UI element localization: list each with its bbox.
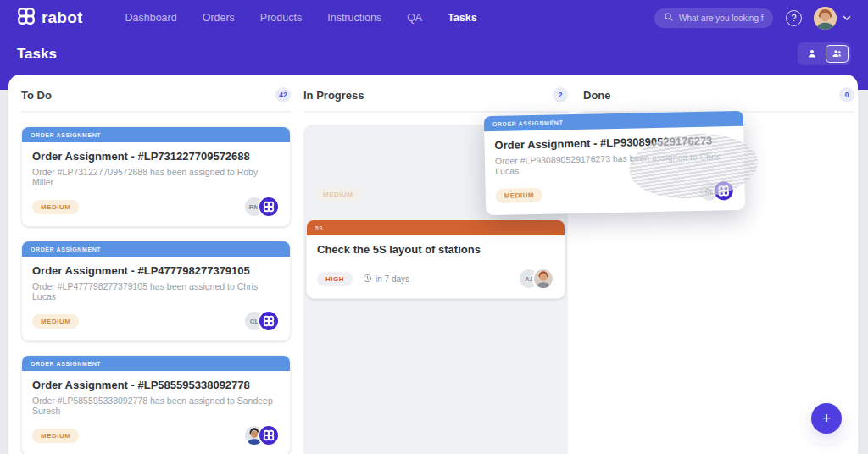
team-view-icon	[832, 47, 843, 62]
kanban-board: To Do 42 ORDER ASSIGNMENT Order Assignme…	[8, 75, 858, 454]
priority-badge: MEDIUM	[32, 429, 79, 443]
team-tasks-view-button[interactable]	[826, 45, 849, 63]
rabot-badge-icon	[712, 180, 735, 202]
top-navigation-bar: rabot Dashboard Orders Products Instruct…	[0, 0, 868, 36]
card-category-bar: ORDER ASSIGNMENT	[22, 127, 290, 142]
nav-item-orders[interactable]: Orders	[203, 12, 235, 24]
card-category-bar: 5S	[307, 220, 565, 235]
nav-item-qa[interactable]: QA	[407, 12, 422, 24]
rabot-logo-icon	[17, 7, 36, 30]
task-card[interactable]: ORDER ASSIGNMENT Order Assignment - #LP4…	[21, 241, 291, 341]
priority-badge: HIGH	[317, 272, 353, 286]
priority-badge: MEDIUM	[32, 200, 79, 214]
rabot-badge-icon	[258, 310, 280, 332]
ghost-priority-badge: MEDIUM	[314, 187, 361, 202]
todo-card-list: ORDER ASSIGNMENT Order Assignment - #LP7…	[21, 126, 291, 454]
question-mark-icon: ?	[791, 13, 796, 23]
my-tasks-view-button[interactable]	[800, 45, 823, 63]
search-input[interactable]	[679, 14, 764, 23]
card-title: Order Assignment - #LP477798277379105	[32, 264, 280, 277]
avatar-photo	[532, 268, 554, 290]
priority-badge: MEDIUM	[32, 314, 79, 329]
column-divider	[303, 111, 568, 113]
card-description: Order #LP930890529176273 has been assign…	[495, 151, 734, 176]
view-toggle	[798, 42, 851, 65]
user-view-icon	[807, 47, 817, 62]
column-done-count-badge: 0	[839, 87, 854, 102]
card-description: Order #LP477798277379105 has been assign…	[32, 281, 280, 302]
column-done: Done 0	[583, 86, 854, 113]
card-title: Order Assignment - #LP731227709572688	[32, 150, 280, 163]
nav-item-instructions[interactable]: Instructions	[327, 12, 381, 24]
column-done-title: Done	[583, 89, 611, 102]
plus-icon: +	[821, 409, 831, 428]
card-title: Check the 5S layout of stations	[317, 243, 554, 256]
card-category-bar: ORDER ASSIGNMENT	[22, 356, 290, 371]
column-divider	[21, 111, 291, 113]
card-description: Order #LP585595338092778 has been assign…	[32, 396, 280, 416]
brand-name: rabot	[42, 8, 83, 27]
user-avatar[interactable]	[814, 7, 837, 30]
column-inprogress-title: In Progress	[303, 89, 364, 102]
due-date-text: in 7 days	[376, 274, 409, 284]
due-date: in 7 days	[363, 274, 409, 285]
column-inprogress-count-badge: 2	[553, 87, 568, 102]
card-title: Order Assignment - #LP930890529176273	[494, 134, 733, 152]
assignee-avatars: RM	[243, 196, 280, 218]
nav-item-products[interactable]: Products	[260, 12, 302, 24]
card-title: Order Assignment - #LP585595338092778	[32, 379, 280, 391]
column-todo-title: To Do	[21, 89, 52, 102]
card-category-bar: ORDER ASSIGNMENT	[22, 241, 290, 257]
help-button[interactable]: ?	[786, 10, 802, 26]
nav-item-dashboard[interactable]: Dashboard	[125, 12, 177, 24]
nav-item-tasks[interactable]: Tasks	[448, 12, 477, 24]
search-box[interactable]	[654, 8, 773, 28]
clock-icon	[363, 274, 372, 285]
page-header-row: Tasks	[0, 36, 868, 65]
assignee-avatars: CL	[698, 180, 735, 202]
main-nav: Dashboard Orders Products Instructions Q…	[125, 12, 477, 24]
column-todo-count-badge: 42	[275, 87, 291, 102]
search-icon	[664, 10, 674, 25]
task-card[interactable]: 5S Check the 5S layout of stations HIGH …	[306, 219, 565, 299]
column-todo: To Do 42 ORDER ASSIGNMENT Order Assignme…	[21, 86, 291, 454]
add-task-button[interactable]: +	[811, 403, 842, 434]
assignee-avatars	[243, 424, 280, 446]
rabot-badge-icon	[258, 424, 280, 446]
brand-logo[interactable]: rabot	[17, 7, 83, 30]
assignee-avatars: CL	[243, 310, 280, 332]
task-card[interactable]: ORDER ASSIGNMENT Order Assignment - #LP5…	[21, 355, 291, 454]
assignee-avatars: AJ	[518, 268, 554, 290]
page-title: Tasks	[17, 46, 57, 63]
task-card[interactable]: ORDER ASSIGNMENT Order Assignment - #LP7…	[21, 126, 291, 227]
dragged-task-card[interactable]: ORDER ASSIGNMENT Order Assignment - #LP9…	[484, 111, 745, 215]
card-description: Order #LP731227709572688 has been assign…	[32, 167, 280, 187]
priority-badge: MEDIUM	[496, 187, 543, 202]
rabot-badge-icon	[258, 196, 280, 218]
chevron-down-icon[interactable]	[843, 15, 851, 21]
